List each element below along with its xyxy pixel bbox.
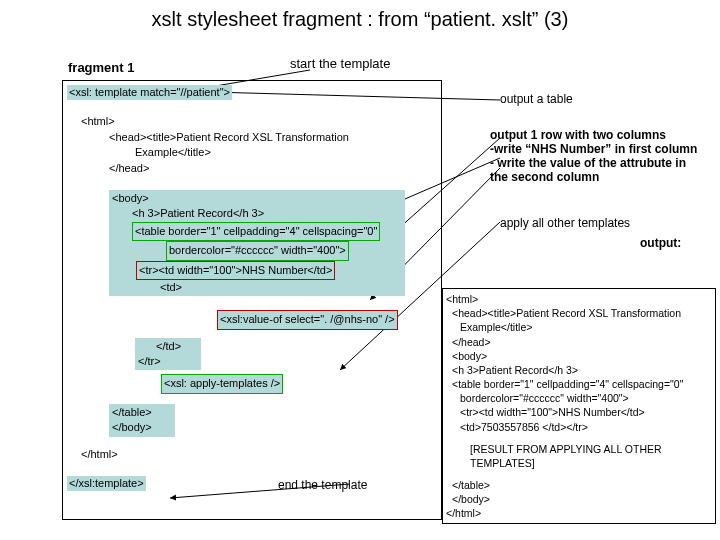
code-box: <xsl: template match="//patient"> <html>… xyxy=(62,80,442,520)
fragment-label: fragment 1 xyxy=(68,60,134,75)
label-end-template: end the template xyxy=(278,478,367,492)
label-row1a: output 1 row with two columns xyxy=(490,128,666,142)
code-body-open: <body> xyxy=(112,192,149,204)
out-l12: </body> xyxy=(452,493,490,505)
out-l6: <h 3>Patient Record</h 3> xyxy=(452,364,578,376)
out-l10: <td>7503557856 </td></tr> xyxy=(460,421,588,433)
code-html-open: <html> xyxy=(81,115,115,127)
label-apply-all: apply all other templates xyxy=(500,216,630,230)
code-html-close: </html> xyxy=(81,448,118,460)
out-l5: <body> xyxy=(452,350,487,362)
code-apply-templates: <xsl: apply-templates /> xyxy=(161,374,283,393)
label-output: output: xyxy=(640,236,681,250)
out-l8: bordercolor="#cccccc" width="400"> xyxy=(460,392,629,404)
out-l1: <html> xyxy=(446,293,478,305)
code-head2: Example</title> xyxy=(135,146,211,158)
code-value-of: <xsl:value-of select=". /@nhs-no" /> xyxy=(217,310,398,329)
out-l2: <head><title>Patient Record XSL Transfor… xyxy=(452,307,681,319)
out-l13: </html> xyxy=(446,507,481,519)
code-td-close: </td> xyxy=(156,340,181,352)
start-template-label: start the template xyxy=(290,56,390,71)
label-row1b: -write “NHS Number” in first column xyxy=(490,142,697,156)
code-body-close: </body> xyxy=(112,421,152,433)
code-table1: <table border="1" cellpadding="4" cellsp… xyxy=(132,222,380,241)
code-head3: </head> xyxy=(109,162,149,174)
code-tpl-close: </xsl:template> xyxy=(67,476,146,491)
code-table-close: </table> xyxy=(112,406,152,418)
code-tr1: <tr><td width="100">NHS Number</td> xyxy=(136,261,335,280)
code-tr-close: </tr> xyxy=(138,355,161,367)
output-box: <html> <head><title>Patient Record XSL T… xyxy=(442,288,716,524)
label-output-table: output a table xyxy=(500,92,573,106)
code-table2: bordercolor="#cccccc" width="400"> xyxy=(166,241,349,260)
out-l3: Example</title> xyxy=(460,321,532,333)
out-l9: <tr><td width="100">NHS Number</td> xyxy=(460,406,645,418)
code-h3: <h 3>Patient Record</h 3> xyxy=(132,207,264,219)
out-l11: </table> xyxy=(452,479,490,491)
code-head1: <head><title>Patient Record XSL Transfor… xyxy=(109,131,349,143)
out-l4: </head> xyxy=(452,336,491,348)
code-td-open: <td> xyxy=(160,281,182,293)
label-row1c: - write the value of the attrubute in th… xyxy=(490,156,686,184)
out-result: [RESULT FROM APPLYING ALL OTHER TEMPLATE… xyxy=(470,443,662,469)
slide-title: xslt stylesheet fragment : from “patient… xyxy=(0,0,720,35)
out-l7: <table border="1" cellpadding="4" cellsp… xyxy=(452,378,683,390)
code-tpl-open: <xsl: template match="//patient"> xyxy=(67,85,232,100)
